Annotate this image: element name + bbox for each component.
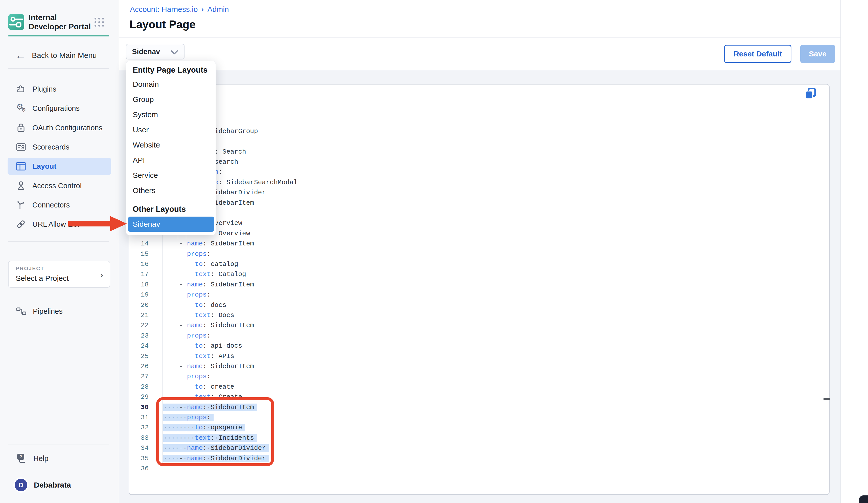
dropdown-item-sidenav[interactable]: Sidenav (128, 217, 214, 232)
code-line[interactable]: 31······props: (129, 412, 812, 423)
breadcrumb-separator-icon: › (201, 5, 204, 13)
editor-scrollbar-thumb[interactable] (824, 398, 830, 400)
brand-rule (8, 36, 109, 37)
code-line[interactable]: 25 text: APIs (129, 351, 812, 362)
sidebar-item-label: Access Control (32, 182, 82, 190)
code-line[interactable]: 16 to: catalog (129, 259, 812, 270)
copy-icon[interactable] (804, 87, 818, 101)
indent-guide (186, 433, 186, 443)
code-line[interactable]: 34····-·name:·SidebarDivider (129, 443, 812, 453)
sidebar-item-help[interactable]: ? Help (16, 452, 49, 465)
app-logo-icon (8, 14, 24, 30)
sidebar-item-label: OAuth Configurations (32, 124, 102, 132)
code-line[interactable]: 23 props: (129, 331, 812, 341)
code-line[interactable]: 2 children: (129, 116, 812, 126)
line-number: 15 (129, 249, 148, 259)
code-line[interactable]: 20 to: docs (129, 300, 812, 310)
app-title: Internal Developer Portal (29, 13, 92, 31)
code-line[interactable]: 24 to: api-docs (129, 341, 812, 351)
indent-guide (178, 371, 178, 382)
code-line[interactable]: 5 label: Search (129, 147, 812, 157)
code-line-content: - name: SidebarItem (163, 239, 254, 249)
sidebar-item-access-control[interactable]: Access Control (8, 177, 111, 194)
url-allow-list-icon (16, 219, 26, 229)
indent-guide (162, 249, 163, 259)
back-to-main-menu[interactable]: ← Back to Main Menu (15, 50, 97, 61)
project-selector[interactable]: PROJECT Select a Project › (8, 261, 110, 288)
dropdown-item-group[interactable]: Group (133, 95, 154, 104)
reset-default-button[interactable]: Reset Default (724, 45, 792, 63)
breadcrumb-admin[interactable]: Admin (207, 5, 229, 13)
dropdown-item-api[interactable]: API (133, 156, 145, 164)
line-number: 28 (129, 382, 148, 392)
code-line[interactable]: 33········text:·Incidents (129, 433, 812, 443)
code-line[interactable]: 11 props: (129, 208, 812, 218)
code-line[interactable]: 17 text: Catalog (129, 269, 812, 280)
indent-guide (170, 423, 170, 433)
app-switcher-icon[interactable] (94, 18, 105, 27)
sidebar-item-oauth-configurations[interactable]: OAuth Configurations (8, 119, 111, 137)
indent-guide (162, 269, 163, 280)
code-line[interactable]: 28 to: create (129, 382, 812, 392)
code-line[interactable]: 36 (129, 464, 812, 474)
save-button[interactable]: Save (800, 45, 835, 63)
line-number: 16 (129, 259, 148, 270)
code-line[interactable]: 1page: (129, 106, 812, 116)
code-line[interactable]: 19 props: (129, 290, 812, 300)
code-line-content: ······props: (163, 412, 214, 423)
code-line-content: to: create (163, 382, 234, 392)
code-line[interactable]: 27 props: (129, 371, 812, 382)
code-line[interactable]: 26 - name: SidebarItem (129, 361, 812, 372)
sidebar-item-connectors[interactable]: Connectors (8, 197, 111, 213)
code-line[interactable]: 15 props: (129, 249, 812, 259)
code-line[interactable]: 7 children: (129, 167, 812, 177)
user-menu[interactable]: D Debabrata (15, 478, 71, 492)
indent-guide (162, 341, 163, 351)
indent-guide (178, 331, 178, 341)
code-line[interactable]: 13 text: Overview (129, 229, 812, 239)
code-line[interactable]: 10 - name: SidebarItem (129, 198, 812, 208)
code-line[interactable]: 12 to: overview (129, 218, 812, 229)
code-line[interactable]: 8 - name: SidebarSearchModal (129, 177, 812, 188)
code-area[interactable]: 1page:2 children:3 - name: SidebarGroup4… (129, 106, 822, 493)
connectors-icon (16, 200, 26, 210)
sidebar-item-pipelines[interactable]: Pipelines (16, 305, 63, 318)
sidebar-item-layout[interactable]: Layout (8, 158, 111, 175)
sidebar-item-configurations[interactable]: ⚙⚙Configurations (8, 100, 111, 117)
code-line-content: props: (163, 331, 210, 341)
code-line[interactable]: 6 to: /search (129, 157, 812, 167)
sidebar-item-plugins[interactable]: Plugins (8, 80, 111, 98)
line-number: 36 (129, 464, 148, 474)
code-line[interactable]: 18 - name: SidebarItem (129, 280, 812, 290)
breadcrumb-account[interactable]: Account: Harness.io (130, 5, 198, 13)
dropdown-item-user[interactable]: User (133, 125, 148, 134)
layout-type-select[interactable]: Sidenav (126, 44, 185, 59)
code-line[interactable]: 3 - name: SidebarGroup (129, 126, 812, 137)
indent-guide (170, 453, 170, 464)
line-number: 34 (129, 443, 148, 453)
sidebar-item-scorecards[interactable]: Scorecards (8, 138, 111, 155)
dropdown-item-website[interactable]: Website (133, 141, 160, 149)
code-line[interactable]: 29 text: Create (129, 392, 812, 402)
chat-widget-corner[interactable] (859, 495, 868, 503)
scorecards-icon (16, 142, 26, 152)
code-line[interactable]: 4 props: (129, 137, 812, 147)
dropdown-item-system[interactable]: System (133, 110, 158, 119)
code-line[interactable]: 35····-·name:·SidebarDivider (129, 453, 812, 464)
indent-guide (178, 249, 178, 259)
code-line[interactable]: 9 - name: SidebarDivider (129, 188, 812, 198)
sidebar-item-url-allow-list[interactable]: URL Allow List (8, 215, 111, 233)
code-line[interactable]: 32········to:·opsgenie (129, 423, 812, 433)
indent-guide (186, 310, 186, 321)
dropdown-item-service[interactable]: Service (133, 171, 158, 180)
dropdown-item-domain[interactable]: Domain (133, 80, 159, 89)
code-line-content: - name: SidebarItem (163, 361, 254, 372)
line-number: 14 (129, 239, 148, 249)
code-line[interactable]: 21 text: Docs (129, 310, 812, 321)
dropdown-item-others[interactable]: Others (133, 186, 155, 195)
code-line[interactable]: 22 - name: SidebarItem (129, 320, 812, 331)
indent-guide (162, 392, 163, 402)
code-line[interactable]: 14 - name: SidebarItem (129, 239, 812, 249)
indent-guide (162, 290, 163, 300)
code-line[interactable]: 30····-·name:·SidebarItem (129, 402, 812, 413)
